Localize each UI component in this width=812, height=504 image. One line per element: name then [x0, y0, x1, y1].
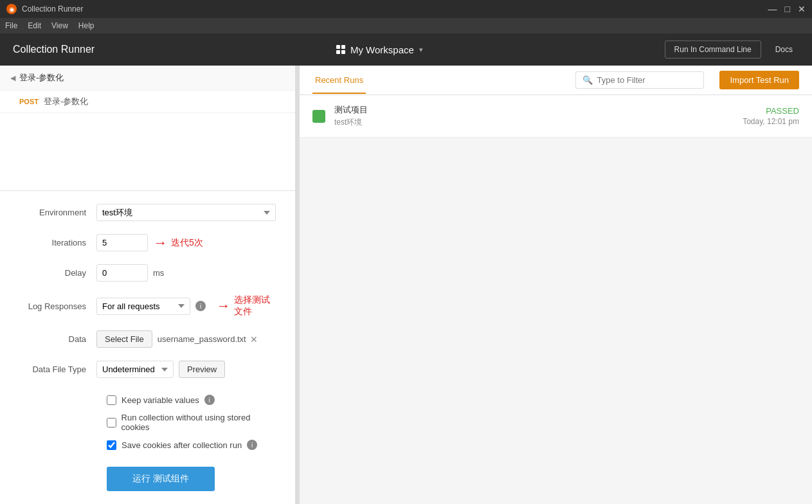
run-button[interactable]: 运行 测试组件 [107, 467, 215, 491]
environment-label: Environment [19, 208, 96, 217]
keep-variables-label: Keep variable values [122, 395, 199, 405]
menu-file[interactable]: File [5, 21, 17, 30]
delay-label: Delay [19, 268, 96, 278]
collection-item[interactable]: ◀ 登录-参数化 [0, 66, 295, 91]
save-cookies-row: Save cookies after collection run i [19, 436, 276, 454]
docs-button[interactable]: Docs [769, 41, 799, 58]
log-responses-label: Log Responses [19, 302, 96, 311]
search-icon: 🔍 [582, 75, 593, 85]
red-arrow-file-icon: ← [216, 298, 230, 314]
run-item[interactable]: 测试项目 test环境 PASSED Today, 12:01 pm [300, 95, 812, 138]
app-title: Collection Runner [22, 4, 83, 14]
iterations-input[interactable] [96, 234, 148, 251]
grid-icon [336, 45, 345, 54]
save-cookies-checkbox[interactable] [107, 440, 116, 450]
run-env: test环境 [334, 117, 734, 128]
data-file-type-select[interactable]: Undetermined application/json text/csv [96, 361, 174, 378]
file-annotation-text: 选择测试文件 [234, 294, 276, 318]
menu-help[interactable]: Help [78, 21, 95, 30]
app-header-title: Collection Runner [13, 44, 95, 55]
file-annotation-wrap: ← 选择测试文件 [216, 294, 276, 318]
maximize-button[interactable]: □ [785, 4, 790, 14]
menu-edit[interactable]: Edit [28, 21, 41, 30]
post-name: 登录-参数化 [44, 96, 88, 107]
run-time: Today, 12:01 pm [743, 117, 799, 126]
run-button-area: 运行 测试组件 [19, 467, 276, 491]
data-file-type-label: Data File Type [19, 364, 96, 374]
app-icon: ◉ [6, 4, 17, 14]
save-cookies-info-icon[interactable]: i [247, 440, 257, 450]
right-panel: Recent Runs 🔍 Import Test Run 测试项目 test环… [300, 66, 812, 504]
iterations-row: Iterations ← 迭代5次 [19, 234, 276, 251]
run-result: PASSED Today, 12:01 pm [743, 106, 799, 126]
search-box: 🔍 [575, 71, 704, 89]
delay-input[interactable] [96, 264, 148, 282]
post-badge: POST [19, 98, 39, 105]
collection-name: 登录-参数化 [19, 72, 64, 84]
data-label: Data [19, 334, 96, 344]
title-bar-left: ◉ Collection Runner [6, 4, 83, 14]
run-without-cookies-checkbox[interactable] [107, 418, 116, 428]
keep-variables-checkbox[interactable] [107, 395, 116, 405]
run-without-cookies-row: Run collection without using stored cook… [19, 409, 276, 436]
keep-variables-row: Keep variable values i [19, 391, 276, 409]
runs-list: 测试项目 test环境 PASSED Today, 12:01 pm [300, 95, 812, 138]
workspace-selector[interactable]: My Workspace ▾ [336, 44, 423, 55]
environment-select[interactable]: test环境 dev环境 prod环境 [96, 204, 276, 221]
save-cookies-label: Save cookies after collection run [122, 440, 242, 450]
select-file-button[interactable]: Select File [96, 330, 152, 348]
environment-row: Environment test环境 dev环境 prod环境 [19, 204, 276, 221]
log-responses-row: Log Responses For all requests For faile… [19, 294, 276, 318]
delay-row: Delay ms [19, 264, 276, 282]
log-responses-wrap: For all requests For failed requests Non… [96, 294, 276, 318]
collapse-arrow: ◀ [10, 74, 15, 82]
log-responses-select[interactable]: For all requests For failed requests Non… [96, 298, 190, 315]
run-info: 测试项目 test环境 [334, 104, 734, 128]
keep-variables-info-icon[interactable]: i [204, 395, 215, 405]
run-status-dot [312, 110, 325, 123]
left-panel: ◀ 登录-参数化 POST 登录-参数化 Environment test环境 … [0, 66, 296, 504]
import-test-run-button[interactable]: Import Test Run [719, 71, 799, 89]
iterations-label: Iterations [19, 238, 96, 248]
iterations-annotation: ← 迭代5次 [153, 235, 203, 251]
data-row: Data Select File username_password.txt ✕ [19, 330, 276, 348]
minimize-button[interactable]: — [768, 4, 777, 14]
app-header-right: Run In Command Line Docs [665, 40, 799, 59]
ms-label: ms [153, 268, 164, 278]
tab-recent-runs[interactable]: Recent Runs [312, 68, 366, 94]
run-without-cookies-label: Run collection without using stored cook… [122, 413, 276, 432]
menu-view[interactable]: View [51, 21, 68, 30]
workspace-name: My Workspace [350, 44, 414, 55]
data-file-type-row: Data File Type Undetermined application/… [19, 361, 276, 378]
main-layout: ◀ 登录-参数化 POST 登录-参数化 Environment test环境 … [0, 66, 812, 504]
remove-file-icon[interactable]: ✕ [250, 334, 258, 345]
form-area: Environment test环境 dev环境 prod环境 Iteratio… [0, 191, 295, 504]
close-button[interactable]: ✕ [798, 4, 806, 14]
red-arrow-icon: ← [153, 235, 167, 251]
run-command-line-button[interactable]: Run In Command Line [665, 40, 761, 59]
run-status: PASSED [743, 106, 799, 116]
preview-button[interactable]: Preview [179, 361, 225, 378]
title-bar-controls[interactable]: — □ ✕ [768, 4, 806, 14]
selected-file-name: username_password.txt [158, 334, 246, 344]
run-name: 测试项目 [334, 104, 734, 116]
title-bar: ◉ Collection Runner — □ ✕ [0, 0, 812, 18]
log-responses-info-icon[interactable]: i [195, 301, 206, 311]
search-input[interactable] [597, 75, 697, 85]
workspace-chevron[interactable]: ▾ [419, 46, 423, 54]
menu-bar: File Edit View Help [0, 18, 812, 33]
post-request-item[interactable]: POST 登录-参数化 [0, 91, 295, 113]
iterations-annotation-text: 迭代5次 [171, 237, 203, 249]
app-header: Collection Runner My Workspace ▾ Run In … [0, 33, 812, 66]
